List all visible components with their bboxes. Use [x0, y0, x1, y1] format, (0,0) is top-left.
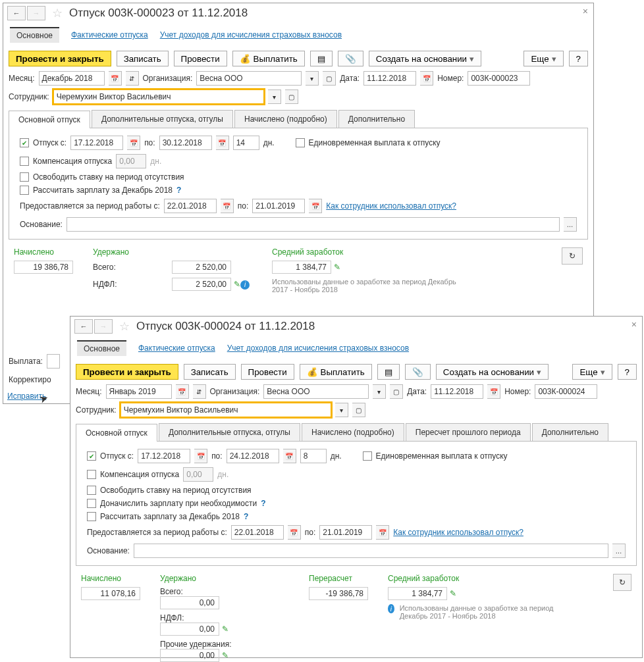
dropdown-icon[interactable]: ▾ — [335, 403, 348, 417]
save-button[interactable]: Записать — [117, 51, 169, 66]
calendar-icon[interactable]: 📅 — [420, 71, 433, 86]
tab-income-accounting[interactable]: Учет доходов для исчисления страховых вз… — [227, 344, 409, 353]
tab-additional[interactable]: Дополнительно — [338, 110, 415, 128]
calendar-icon[interactable]: 📅 — [221, 199, 234, 213]
payout-field[interactable] — [47, 354, 60, 369]
calc-salary-checkbox[interactable] — [87, 512, 96, 521]
reason-field[interactable] — [67, 217, 560, 232]
tab-recalc[interactable]: Пересчет прошлого периода — [406, 423, 531, 441]
refresh-button[interactable]: ↻ — [562, 247, 583, 265]
num-field[interactable]: 003К-000023 — [468, 71, 530, 86]
days-field[interactable]: 8 — [300, 449, 327, 463]
post-and-close-button[interactable]: Провести и закрыть — [76, 364, 178, 380]
pencil-icon[interactable]: ✎ — [222, 624, 228, 634]
tab-main[interactable]: Основное — [10, 27, 59, 43]
nav-back-button[interactable]: ← — [7, 6, 26, 20]
calendar-icon[interactable]: 📅 — [376, 525, 389, 540]
lump-sum-checkbox[interactable] — [296, 138, 305, 147]
ellipsis-icon[interactable]: … — [564, 217, 577, 232]
tab-extra-vacations[interactable]: Дополнительные отпуска, отгулы — [159, 423, 300, 441]
month-field[interactable]: Январь 2019 — [106, 384, 172, 399]
period-to-field[interactable]: 21.01.2019 — [319, 525, 372, 540]
period-from-field[interactable]: 22.01.2018 — [231, 525, 284, 540]
nav-back-button[interactable]: ← — [74, 319, 93, 334]
report-button[interactable]: ▤ — [310, 51, 333, 66]
create-based-button[interactable]: Создать на основании — [436, 364, 549, 380]
tab-actual-vacations[interactable]: Фактические отпуска — [138, 344, 215, 353]
star-icon[interactable]: ☆ — [49, 6, 65, 20]
pay-button[interactable]: 💰Выплатить — [300, 364, 372, 380]
ellipsis-icon[interactable]: … — [612, 544, 626, 558]
post-button[interactable]: Провести — [174, 51, 227, 66]
dropdown-icon[interactable]: ▾ — [373, 384, 386, 399]
period-to-field[interactable]: 21.01.2019 — [252, 199, 305, 213]
open-icon[interactable]: ▢ — [323, 71, 336, 86]
create-based-button[interactable]: Создать на основании — [369, 51, 481, 66]
tab-income-accounting[interactable]: Учет доходов для исчисления страховых вз… — [160, 30, 342, 39]
more-button[interactable]: Еще — [572, 364, 612, 380]
pencil-icon[interactable]: ✎ — [222, 651, 228, 660]
vacation-to-field[interactable]: 24.12.2018 — [227, 449, 279, 463]
open-icon[interactable]: ▢ — [390, 384, 403, 399]
close-icon[interactable]: × — [583, 6, 588, 16]
vacation-checkbox[interactable] — [20, 138, 29, 147]
tab-main-vacation[interactable]: Основной отпуск — [9, 111, 90, 128]
pencil-icon[interactable]: ✎ — [450, 589, 456, 598]
vacation-to-field[interactable]: 30.12.2018 — [159, 136, 212, 150]
calendar-icon[interactable]: 📅 — [309, 199, 322, 213]
calendar-icon[interactable]: 📅 — [176, 384, 189, 399]
dropdown-icon[interactable]: ▾ — [306, 71, 319, 86]
help-icon[interactable]: ? — [176, 186, 181, 195]
dropdown-icon[interactable]: ▾ — [268, 89, 281, 104]
num-field[interactable]: 003К-000024 — [535, 384, 597, 399]
tab-extra-vacations[interactable]: Дополнительные отпуска, отгулы — [92, 110, 233, 128]
open-icon[interactable]: ▢ — [285, 89, 298, 104]
tab-accrued-detail[interactable]: Начислено (подробно) — [234, 110, 337, 128]
date-field[interactable]: 11.12.2018 — [363, 71, 416, 86]
info-icon[interactable]: i — [388, 604, 394, 613]
reason-field[interactable] — [134, 544, 608, 558]
help-icon[interactable]: ? — [261, 499, 265, 508]
tab-main-vacation[interactable]: Основной отпуск — [76, 424, 157, 442]
calendar-icon[interactable]: 📅 — [109, 71, 122, 86]
days-field[interactable]: 14 — [233, 136, 259, 150]
calendar-icon[interactable]: 📅 — [288, 525, 301, 540]
vacation-from-field[interactable]: 17.12.2018 — [70, 136, 123, 150]
employee-field[interactable]: Черемухин Виктор Васильевич — [53, 89, 264, 104]
nav-forward-button[interactable]: → — [27, 6, 45, 20]
pay-button[interactable]: 💰Выплатить — [232, 51, 305, 66]
spinner-icon[interactable]: ⇵ — [193, 384, 206, 399]
tab-main[interactable]: Основное — [77, 340, 126, 356]
refresh-button[interactable]: ↻ — [613, 574, 631, 591]
report-button[interactable]: ▤ — [377, 364, 400, 380]
calendar-icon[interactable]: 📅 — [283, 449, 296, 463]
help-button[interactable]: ? — [618, 364, 637, 380]
extra-accrue-checkbox[interactable] — [87, 499, 96, 508]
close-icon[interactable]: × — [631, 319, 637, 330]
compensation-checkbox[interactable] — [20, 157, 29, 166]
compensation-checkbox[interactable] — [87, 470, 96, 479]
open-icon[interactable]: ▢ — [352, 403, 365, 417]
pencil-icon[interactable]: ✎ — [234, 280, 240, 289]
post-button[interactable]: Провести — [241, 364, 294, 380]
vacation-checkbox[interactable] — [87, 451, 96, 461]
free-rate-checkbox[interactable] — [20, 172, 29, 182]
help-button[interactable]: ? — [569, 51, 588, 66]
org-field[interactable]: Весна ООО — [196, 71, 302, 86]
calendar-icon[interactable]: 📅 — [127, 136, 140, 150]
star-icon[interactable]: ☆ — [117, 319, 132, 334]
tab-additional[interactable]: Дополнительно — [532, 423, 608, 441]
usage-link[interactable]: Как сотрудник использовал отпуск? — [326, 201, 456, 211]
org-field[interactable]: Весна ООО — [263, 384, 369, 399]
month-field[interactable]: Декабрь 2018 — [39, 71, 105, 86]
more-button[interactable]: Еще — [523, 51, 563, 66]
calendar-icon[interactable]: 📅 — [216, 136, 229, 150]
spinner-icon[interactable]: ⇵ — [126, 71, 139, 86]
period-from-field[interactable]: 22.01.2018 — [164, 199, 217, 213]
lump-sum-checkbox[interactable] — [363, 451, 372, 461]
attach-button[interactable]: 📎 — [405, 364, 431, 380]
calendar-icon[interactable]: 📅 — [194, 449, 207, 463]
tab-accrued-detail[interactable]: Начислено (подробно) — [302, 423, 404, 441]
usage-link[interactable]: Как сотрудник использовал отпуск? — [393, 528, 523, 537]
tab-actual-vacations[interactable]: Фактические отпуска — [71, 30, 148, 39]
